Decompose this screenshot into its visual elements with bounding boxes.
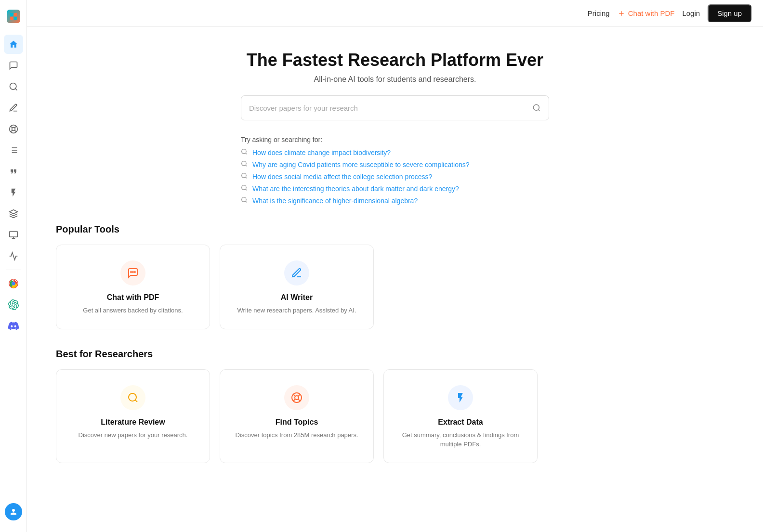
sidebar-item-announce[interactable] [4,247,23,266]
tool-card-extract-data[interactable]: Extract Data Get summary, conclusions & … [383,369,538,463]
suggestion-item-0[interactable]: How does climate change impact biodivers… [241,148,549,156]
svg-point-27 [242,173,246,178]
sidebar-divider [6,270,21,270]
svg-point-25 [242,149,246,154]
ai-writer-name: AI Writer [281,293,313,302]
svg-point-33 [129,393,136,401]
popular-tools-heading: Popular Tools [56,224,734,235]
tool-card-ai-writer[interactable]: AI Writer Write new research papers. Ass… [220,245,374,329]
pricing-link[interactable]: Pricing [588,9,610,17]
svg-point-35 [295,396,299,400]
svg-rect-0 [10,13,13,16]
svg-line-38 [298,394,300,396]
sidebar-item-inbox[interactable] [4,119,23,139]
login-link[interactable]: Login [682,9,700,17]
ai-writer-desc: Write new research papers. Assisted by A… [237,306,356,315]
svg-line-10 [11,130,13,132]
search-bar[interactable] [241,95,549,120]
suggestion-text-3[interactable]: What are the interesting theories about … [252,185,459,193]
chat-pdf-desc: Get all answers backed by citations. [83,306,183,315]
svg-rect-2 [10,17,13,20]
literature-review-icon [120,385,145,410]
svg-rect-17 [9,232,17,237]
svg-point-31 [131,272,132,272]
ai-writer-icon [284,260,309,285]
popular-tools-section: Popular Tools Chat with PDF Get all answ… [56,224,734,329]
find-topics-icon [284,385,309,410]
main-content: The Fastest Research Platform Ever All-i… [27,27,763,532]
researchers-cards: Literature Review Discover new papers fo… [56,369,734,463]
sidebar-item-flash[interactable] [4,183,23,202]
sidebar [0,0,27,532]
svg-rect-1 [14,13,17,16]
popular-tools-cards: Chat with PDF Get all answers backed by … [56,245,734,329]
svg-point-24 [533,104,539,110]
sidebar-item-search[interactable] [4,77,23,96]
suggestion-search-icon-4 [241,196,248,205]
search-input[interactable] [249,104,532,112]
chat-pdf-icon [120,260,145,285]
svg-line-7 [11,126,13,128]
suggestion-search-icon-3 [241,184,248,193]
svg-point-6 [12,128,15,131]
scispace-logo-icon [7,10,20,23]
suggestion-search-icon-0 [241,148,248,156]
svg-point-26 [242,161,246,166]
suggestions-label: Try asking or searching for: [241,136,549,143]
find-topics-desc: Discover topics from 285M research paper… [235,430,358,440]
extract-data-desc: Get summary, conclusions & findings from… [395,430,526,449]
svg-point-32 [134,272,135,272]
suggestion-text-0[interactable]: How does climate change impact biodivers… [252,149,391,156]
tool-card-chat-pdf[interactable]: Chat with PDF Get all answers backed by … [56,245,210,329]
search-icon-button[interactable] [532,104,541,112]
suggestion-item-4[interactable]: What is the significance of higher-dimen… [241,196,549,205]
researchers-section: Best for Researchers Literature Review D… [56,349,734,463]
svg-rect-3 [14,17,17,20]
chat-pdf-name: Chat with PDF [107,293,159,302]
tool-card-literature-review[interactable]: Literature Review Discover new papers fo… [56,369,210,463]
suggestion-item-3[interactable]: What are the interesting theories about … [241,184,549,193]
sidebar-item-monitor[interactable] [4,225,23,245]
svg-point-4 [10,83,16,90]
sidebar-item-ai[interactable] [4,204,23,223]
sidebar-item-gpt[interactable] [4,295,23,314]
find-topics-name: Find Topics [276,418,318,427]
suggestion-item-1[interactable]: Why are aging Covid patients more suscep… [241,160,549,169]
avatar-button[interactable] [5,503,22,520]
hero-title: The Fastest Research Platform Ever [56,50,734,70]
hero-subtitle: All-in-one AI tools for students and res… [56,75,734,84]
svg-line-36 [293,394,295,396]
suggestion-item-2[interactable]: How does social media affect the college… [241,172,549,181]
sidebar-logo [7,6,20,33]
chat-with-pdf-link[interactable]: Chat with PDF [618,9,675,17]
sidebar-item-list[interactable] [4,141,23,160]
tool-card-find-topics[interactable]: Find Topics Discover topics from 285M re… [220,369,374,463]
svg-point-30 [132,272,133,272]
sidebar-item-chrome[interactable] [4,274,23,293]
signup-button[interactable]: Sign up [708,4,751,22]
suggestion-text-4[interactable]: What is the significance of higher-dimen… [252,197,418,205]
extract-data-name: Extract Data [438,418,483,427]
topnav: Pricing Chat with PDF Login Sign up [27,0,763,27]
sidebar-item-write[interactable] [4,98,23,117]
svg-point-21 [12,282,15,285]
literature-review-name: Literature Review [101,418,165,427]
suggestion-search-icon-2 [241,172,248,181]
literature-review-desc: Discover new papers for your research. [79,430,188,440]
svg-point-28 [242,185,246,190]
sidebar-item-home[interactable] [4,35,23,54]
hero-section: The Fastest Research Platform Ever All-i… [56,50,734,120]
sidebar-avatar-area [5,503,22,526]
suggestion-search-icon-1 [241,160,248,169]
suggestion-text-1[interactable]: Why are aging Covid patients more suscep… [252,161,470,169]
sidebar-item-quote[interactable] [4,162,23,181]
researchers-heading: Best for Researchers [56,349,734,360]
suggestions-section: Try asking or searching for: How does cl… [241,136,549,205]
svg-line-8 [14,130,16,132]
svg-point-29 [242,197,246,202]
sidebar-item-chat[interactable] [4,56,23,75]
svg-line-37 [298,399,300,401]
suggestion-text-2[interactable]: How does social media affect the college… [252,173,432,181]
svg-line-9 [14,126,16,128]
sidebar-item-discord[interactable] [4,316,23,336]
